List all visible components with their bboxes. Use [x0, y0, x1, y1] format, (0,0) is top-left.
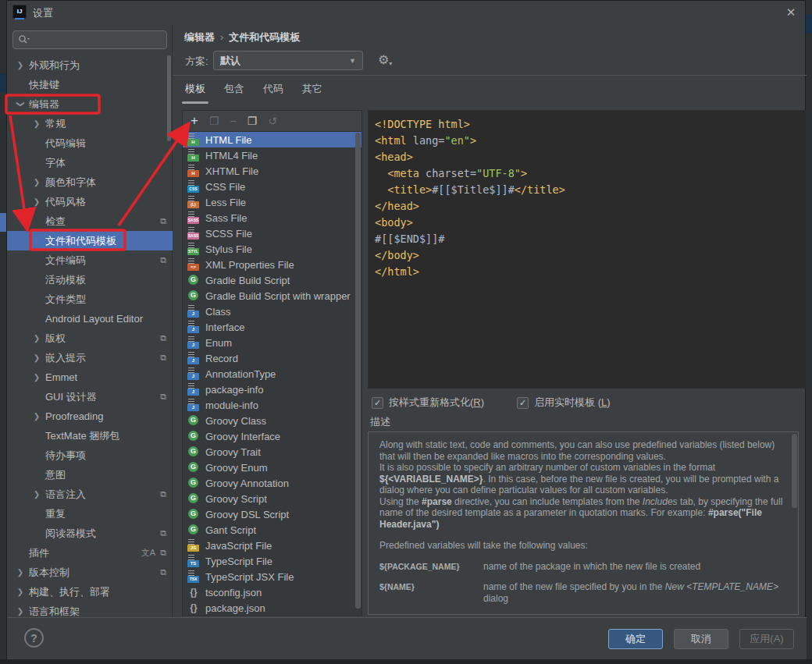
chevron-down-icon[interactable]: ❯	[16, 100, 24, 108]
sidebar-item-todo[interactable]: 待办事项	[7, 446, 173, 465]
reformat-checkbox[interactable]: ✓ 按样式重新格式化(R)	[372, 396, 484, 410]
chevron-right-icon[interactable]: ❯	[16, 607, 24, 616]
template-item-groovy-dsl-script[interactable]: GGroovy DSL Script	[183, 506, 361, 522]
help-button[interactable]: ?	[24, 628, 44, 648]
template-item-typescript-jsx-file[interactable]: TSXTypeScript JSX File	[183, 569, 361, 584]
sidebar-item-inlay-hints[interactable]: ❯嵌入提示⧉	[7, 348, 173, 368]
template-item-groovy-interface[interactable]: GGroovy Interface	[183, 428, 361, 444]
chevron-right-icon[interactable]: ❯	[16, 588, 24, 596]
sidebar-item-android-layout-editor[interactable]: Android Layout Editor	[7, 309, 173, 328]
template-item-html-file[interactable]: HHTML File	[183, 132, 361, 147]
template-item-package-info[interactable]: Jpackage-info	[183, 382, 361, 397]
tab-item[interactable]: 其它	[302, 82, 322, 102]
sidebar-item-editor[interactable]: ❯编辑器	[7, 94, 173, 114]
chevron-right-icon[interactable]: ❯	[33, 119, 41, 128]
template-item-interface[interactable]: JInterface	[183, 319, 361, 335]
template-item-javascript-file[interactable]: JSJavaScript File	[183, 538, 361, 553]
template-item-scss-file[interactable]: SASSSCSS File	[183, 225, 361, 241]
chevron-right-icon[interactable]: ❯	[33, 353, 41, 362]
template-item-label: Groovy DSL Script	[205, 509, 289, 520]
template-item-html4-file[interactable]: HHTML4 File	[183, 147, 361, 163]
sidebar-item-live-templates[interactable]: 活动模板	[7, 270, 173, 289]
sidebar-item-file-encodings[interactable]: 文件编码⧉	[7, 250, 173, 270]
sidebar-item-reader-mode[interactable]: 阅读器模式⧉	[7, 524, 173, 543]
template-item-xhtml-file[interactable]: HXHTML File	[183, 163, 361, 179]
template-item-enum[interactable]: JEnum	[183, 335, 361, 350]
sidebar-item-version-control[interactable]: ❯版本控制⧉	[7, 563, 173, 582]
scheme-gear-button[interactable]: ⚙▾	[378, 52, 392, 67]
template-item-groovy-enum[interactable]: GGroovy Enum	[183, 460, 361, 475]
sidebar-item-code-editing[interactable]: 代码编辑	[7, 133, 173, 153]
template-item-module-info[interactable]: Jmodule-info	[183, 397, 361, 413]
template-item-xml-properties-file[interactable]: <>XML Properties File	[183, 257, 361, 272]
chevron-right-icon[interactable]: ❯	[33, 197, 41, 206]
search-input[interactable]	[12, 30, 167, 49]
chevron-right-icon[interactable]: ❯	[33, 373, 41, 382]
remove-icon[interactable]: −	[230, 115, 237, 127]
live-templates-checkbox[interactable]: ✓ 启用实时模板 (L)	[517, 396, 611, 410]
template-item-package-json[interactable]: {}package.json	[183, 600, 361, 616]
template-item-stylus-file[interactable]: STYLStylus File	[183, 241, 361, 257]
sidebar-item-language-injections[interactable]: ❯语言注入⧉	[7, 485, 173, 504]
sidebar-item-copyright[interactable]: ❯版权⧉	[7, 328, 173, 348]
sidebar-item-proofreading[interactable]: ❯Proofreading	[7, 407, 173, 426]
sidebar-item-font[interactable]: 字体	[7, 153, 173, 172]
template-item-gradle-build-script-with-wrapper[interactable]: GGradle Build Script with wrapper	[183, 288, 361, 304]
ok-button[interactable]: 确定	[608, 629, 663, 649]
sidebar-item-plugins[interactable]: 插件文A⧉	[7, 543, 173, 563]
close-icon[interactable]: ✕	[782, 4, 800, 21]
sidebar-item-textmate-bundles[interactable]: TextMate 捆绑包	[7, 426, 173, 446]
add-icon[interactable]: +	[191, 113, 198, 129]
template-item-label: Gradle Build Script	[205, 275, 290, 286]
tab-item[interactable]: 包含	[224, 82, 244, 102]
sidebar-item-color-scheme[interactable]: ❯颜色和字体	[7, 172, 173, 192]
template-item-sass-file[interactable]: SASSSass File	[183, 210, 361, 225]
sidebar-item-file-code-templates[interactable]: 文件和代码模板	[7, 231, 173, 250]
sidebar-item-intentions[interactable]: 意图	[7, 465, 173, 485]
template-item-record[interactable]: JRecord	[183, 350, 361, 366]
tab-item[interactable]: 模板	[185, 82, 205, 102]
template-item-gant-script[interactable]: GGant Script	[183, 522, 361, 538]
tab-item[interactable]: 代码	[263, 82, 283, 102]
duplicate-icon[interactable]: ❐	[248, 115, 258, 127]
template-item-less-file[interactable]: (L)Less File	[183, 194, 361, 210]
template-item-groovy-annotation[interactable]: GGroovy Annotation	[183, 475, 361, 491]
file-page-glyph	[188, 258, 194, 264]
template-item-class[interactable]: JClass	[183, 304, 361, 319]
sidebar-item-appearance-behavior[interactable]: ❯外观和行为	[7, 55, 173, 75]
description-scrollbar[interactable]	[792, 434, 797, 508]
template-code-editor[interactable]: <!DOCTYPE html><html lang="en"><head> <m…	[368, 110, 807, 389]
chevron-right-icon[interactable]: ❯	[16, 61, 24, 69]
chevron-right-icon[interactable]: ❯	[33, 178, 41, 186]
sidebar-item-emmet[interactable]: ❯Emmet	[7, 368, 173, 387]
sidebar-scrollbar[interactable]	[167, 55, 171, 141]
template-item-tsconfig-json[interactable]: {}tsconfig.json	[183, 584, 361, 600]
template-item-groovy-script[interactable]: GGroovy Script	[183, 491, 361, 506]
sidebar-item-duplicates[interactable]: 重复	[7, 504, 173, 524]
template-item-label: Record	[205, 353, 238, 364]
template-item-annotationtype[interactable]: JAnnotationType	[183, 366, 361, 382]
sidebar-item-file-types[interactable]: 文件类型	[7, 289, 173, 309]
sidebar-item-build-execution-deployment[interactable]: ❯构建、执行、部署	[7, 582, 173, 602]
sidebar-item-inspections[interactable]: 检查⧉	[7, 211, 173, 231]
template-item-groovy-class[interactable]: GGroovy Class	[183, 413, 361, 428]
copy-template-icon[interactable]: ❐	[209, 115, 219, 127]
chevron-right-icon[interactable]: ❯	[33, 412, 41, 421]
scheme-dropdown[interactable]: 默认 ▼	[213, 51, 363, 70]
sidebar-item-general[interactable]: ❯常规	[7, 114, 173, 133]
sidebar-item-code-style[interactable]: ❯代码风格	[7, 192, 173, 211]
template-item-gradle-build-script[interactable]: GGradle Build Script	[183, 272, 361, 288]
sidebar-item-gui-designer[interactable]: GUI 设计器⧉	[7, 387, 173, 407]
cancel-button[interactable]: 取消	[674, 629, 728, 649]
template-list-scrollbar[interactable]	[355, 133, 361, 609]
template-item-typescript-file[interactable]: TSTypeScript File	[183, 553, 361, 569]
chevron-right-icon[interactable]: ❯	[33, 490, 41, 499]
reset-icon[interactable]: ↺	[268, 115, 277, 127]
breadcrumb-item-item[interactable]: 编辑器	[184, 31, 215, 43]
template-item-css-file[interactable]: CSSCSS File	[183, 179, 361, 194]
chevron-right-icon[interactable]: ❯	[16, 568, 24, 577]
template-item-groovy-trait[interactable]: GGroovy Trait	[183, 444, 361, 460]
sidebar-item-keymap[interactable]: 快捷键	[7, 75, 173, 94]
apply-button[interactable]: 应用(A)	[739, 629, 794, 649]
chevron-right-icon[interactable]: ❯	[33, 334, 41, 343]
